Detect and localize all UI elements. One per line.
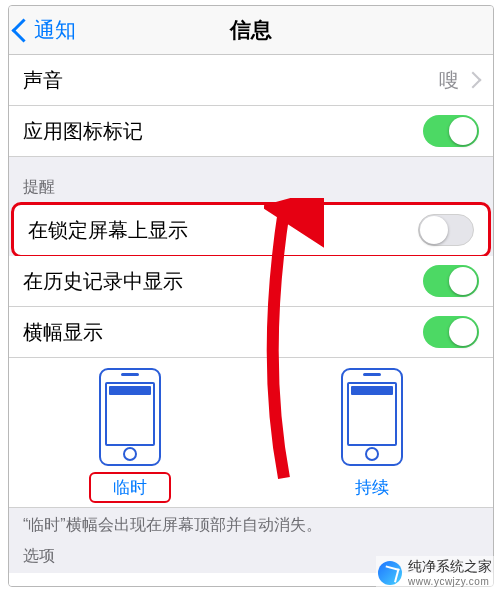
switch-history[interactable] <box>423 265 479 297</box>
row-sound[interactable]: 声音 嗖 <box>9 55 493 106</box>
row-banner: 横幅显示 <box>9 307 493 358</box>
banner-style-persistent-label: 持续 <box>331 472 413 503</box>
chevron-right-icon <box>465 72 482 89</box>
nav-bar: 通知 信息 <box>9 6 493 55</box>
watermark: 纯净系统之家 www.ycwjzy.com <box>376 556 494 589</box>
back-button[interactable]: 通知 <box>9 16 76 44</box>
switch-banner[interactable] <box>423 316 479 348</box>
switch-lockscreen[interactable] <box>418 214 474 246</box>
row-sound-value: 嗖 <box>439 67 459 94</box>
row-sound-label: 声音 <box>23 67 439 94</box>
row-lockscreen: 在锁定屏幕上显示 <box>11 202 491 258</box>
row-history: 在历史记录中显示 <box>9 256 493 307</box>
row-banner-label: 横幅显示 <box>23 319 423 346</box>
chevron-left-icon <box>11 18 35 42</box>
banner-style-persistent[interactable]: 持续 <box>251 368 493 503</box>
watermark-en: www.ycwjzy.com <box>408 576 492 587</box>
row-history-label: 在历史记录中显示 <box>23 268 423 295</box>
watermark-cn: 纯净系统之家 <box>408 558 492 576</box>
row-badge: 应用图标标记 <box>9 106 493 157</box>
section-alerts-header: 提醒 <box>9 157 493 204</box>
row-lockscreen-label: 在锁定屏幕上显示 <box>28 217 418 244</box>
phone-temporary-icon <box>99 368 161 466</box>
banner-footer: “临时”横幅会出现在屏幕顶部并自动消失。 <box>9 508 493 536</box>
banner-style-temporary-label: 临时 <box>89 472 171 503</box>
page-title: 信息 <box>9 16 493 44</box>
switch-badge[interactable] <box>423 115 479 147</box>
device-frame: 通知 信息 声音 嗖 应用图标标记 提醒 在锁定屏幕上显示 在历史记录中显示 横… <box>8 5 494 587</box>
back-label: 通知 <box>34 16 76 44</box>
watermark-logo-icon <box>378 561 402 585</box>
banner-style-picker: 临时 持续 <box>9 358 493 508</box>
phone-persistent-icon <box>341 368 403 466</box>
banner-style-temporary[interactable]: 临时 <box>9 368 251 503</box>
row-badge-label: 应用图标标记 <box>23 118 423 145</box>
